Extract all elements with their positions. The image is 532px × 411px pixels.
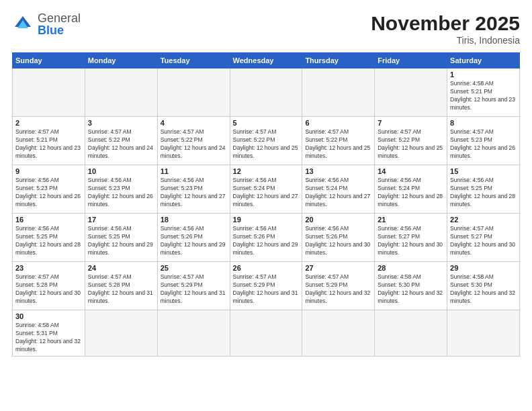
day-22: 22 Sunrise: 4:57 AMSunset: 5:27 PMDaylig… (447, 214, 520, 262)
day-15: 15 Sunrise: 4:56 AMSunset: 5:25 PMDaylig… (447, 165, 520, 214)
day-info: Sunrise: 4:58 AMSunset: 5:31 PMDaylight:… (15, 322, 81, 353)
calendar: Sunday Monday Tuesday Wednesday Thursday… (12, 52, 520, 357)
day-number: 6 (305, 119, 371, 127)
day-info: Sunrise: 4:56 AMSunset: 5:23 PMDaylight:… (161, 177, 226, 208)
day-19: 19 Sunrise: 4:56 AMSunset: 5:26 PMDaylig… (230, 214, 302, 262)
day-info: Sunrise: 4:56 AMSunset: 5:24 PMDaylight:… (305, 177, 370, 208)
day-24: 24 Sunrise: 4:57 AMSunset: 5:28 PMDaylig… (85, 262, 157, 310)
day-25: 25 Sunrise: 4:57 AMSunset: 5:29 PMDaylig… (157, 262, 230, 310)
day-number: 10 (88, 167, 154, 175)
day-info: Sunrise: 4:56 AMSunset: 5:25 PMDaylight:… (450, 177, 515, 208)
header-sunday: Sunday (13, 53, 85, 68)
logo-blue: Blue (38, 24, 81, 36)
day-number: 15 (450, 167, 517, 175)
empty-cell (447, 310, 520, 357)
day-2: 2 Sunrise: 4:57 AMSunset: 5:21 PMDayligh… (13, 117, 85, 165)
day-info: Sunrise: 4:56 AMSunset: 5:23 PMDaylight:… (15, 177, 81, 208)
day-number: 23 (15, 264, 82, 272)
day-info: Sunrise: 4:57 AMSunset: 5:27 PMDaylight:… (450, 225, 515, 256)
day-info: Sunrise: 4:57 AMSunset: 5:22 PMDaylight:… (161, 128, 226, 159)
day-number: 4 (161, 119, 227, 127)
day-29: 29 Sunrise: 4:58 AMSunset: 5:30 PMDaylig… (447, 262, 520, 310)
weekday-header-row: Sunday Monday Tuesday Wednesday Thursday… (13, 53, 520, 68)
day-12: 12 Sunrise: 4:56 AMSunset: 5:24 PMDaylig… (230, 165, 302, 214)
day-number: 14 (378, 167, 444, 175)
day-info: Sunrise: 4:56 AMSunset: 5:25 PMDaylight:… (15, 225, 81, 256)
empty-cell (157, 310, 230, 357)
day-info: Sunrise: 4:57 AMSunset: 5:29 PMDaylight:… (161, 273, 226, 304)
logo-text: General Blue (38, 12, 81, 36)
empty-cell (157, 68, 230, 117)
day-number: 18 (161, 216, 227, 224)
logo: General Blue (12, 12, 81, 36)
empty-cell (85, 68, 157, 117)
day-info: Sunrise: 4:57 AMSunset: 5:29 PMDaylight:… (233, 273, 298, 304)
day-number: 11 (161, 167, 227, 175)
header-saturday: Saturday (447, 53, 520, 68)
day-28: 28 Sunrise: 4:58 AMSunset: 5:30 PMDaylig… (375, 262, 447, 310)
day-number: 19 (233, 216, 300, 224)
day-number: 29 (450, 264, 517, 272)
day-number: 28 (378, 264, 444, 272)
day-info: Sunrise: 4:56 AMSunset: 5:26 PMDaylight:… (161, 225, 226, 256)
day-23: 23 Sunrise: 4:57 AMSunset: 5:28 PMDaylig… (13, 262, 85, 310)
day-4: 4 Sunrise: 4:57 AMSunset: 5:22 PMDayligh… (157, 117, 230, 165)
day-21: 21 Sunrise: 4:56 AMSunset: 5:27 PMDaylig… (375, 214, 447, 262)
empty-cell (85, 310, 157, 357)
day-20: 20 Sunrise: 4:56 AMSunset: 5:26 PMDaylig… (302, 214, 375, 262)
day-info: Sunrise: 4:57 AMSunset: 5:28 PMDaylight:… (15, 273, 81, 304)
day-info: Sunrise: 4:57 AMSunset: 5:22 PMDaylight:… (233, 128, 298, 159)
day-5: 5 Sunrise: 4:57 AMSunset: 5:22 PMDayligh… (230, 117, 302, 165)
day-info: Sunrise: 4:56 AMSunset: 5:26 PMDaylight:… (233, 225, 298, 256)
day-16: 16 Sunrise: 4:56 AMSunset: 5:25 PMDaylig… (13, 214, 85, 262)
day-9: 9 Sunrise: 4:56 AMSunset: 5:23 PMDayligh… (13, 165, 85, 214)
day-info: Sunrise: 4:57 AMSunset: 5:23 PMDaylight:… (450, 128, 515, 159)
day-number: 1 (450, 71, 517, 79)
header-monday: Monday (85, 53, 157, 68)
day-number: 13 (305, 167, 371, 175)
day-11: 11 Sunrise: 4:56 AMSunset: 5:23 PMDaylig… (157, 165, 230, 214)
day-info: Sunrise: 4:58 AMSunset: 5:30 PMDaylight:… (450, 273, 515, 304)
day-info: Sunrise: 4:57 AMSunset: 5:22 PMDaylight:… (305, 128, 370, 159)
day-30: 30 Sunrise: 4:58 AMSunset: 5:31 PMDaylig… (13, 310, 85, 357)
empty-cell (230, 310, 302, 357)
day-number: 3 (88, 119, 154, 127)
day-info: Sunrise: 4:57 AMSunset: 5:22 PMDaylight:… (378, 128, 443, 159)
day-number: 5 (233, 119, 300, 127)
empty-cell (302, 68, 375, 117)
day-14: 14 Sunrise: 4:56 AMSunset: 5:24 PMDaylig… (375, 165, 447, 214)
day-number: 25 (161, 264, 227, 272)
day-number: 2 (15, 119, 82, 127)
header-wednesday: Wednesday (230, 53, 302, 68)
empty-cell (375, 68, 447, 117)
day-26: 26 Sunrise: 4:57 AMSunset: 5:29 PMDaylig… (230, 262, 302, 310)
day-info: Sunrise: 4:57 AMSunset: 5:21 PMDaylight:… (15, 128, 81, 159)
week-4: 16 Sunrise: 4:56 AMSunset: 5:25 PMDaylig… (13, 214, 520, 262)
day-number: 7 (378, 119, 444, 127)
logo-icon (12, 13, 34, 35)
day-info: Sunrise: 4:56 AMSunset: 5:26 PMDaylight:… (305, 225, 370, 256)
day-1: 1 Sunrise: 4:58 AMSunset: 5:21 PMDayligh… (447, 68, 520, 117)
day-info: Sunrise: 4:58 AMSunset: 5:21 PMDaylight:… (450, 80, 515, 111)
day-6: 6 Sunrise: 4:57 AMSunset: 5:22 PMDayligh… (302, 117, 375, 165)
logo-general: General (38, 12, 81, 24)
day-info: Sunrise: 4:56 AMSunset: 5:27 PMDaylight:… (378, 225, 443, 256)
title-block: November 2025 Tiris, Indonesia (371, 12, 520, 46)
day-info: Sunrise: 4:56 AMSunset: 5:24 PMDaylight:… (233, 177, 298, 208)
header-thursday: Thursday (302, 53, 375, 68)
day-17: 17 Sunrise: 4:56 AMSunset: 5:25 PMDaylig… (85, 214, 157, 262)
day-info: Sunrise: 4:56 AMSunset: 5:24 PMDaylight:… (378, 177, 443, 208)
week-1: 1 Sunrise: 4:58 AMSunset: 5:21 PMDayligh… (13, 68, 520, 117)
day-27: 27 Sunrise: 4:57 AMSunset: 5:29 PMDaylig… (302, 262, 375, 310)
day-8: 8 Sunrise: 4:57 AMSunset: 5:23 PMDayligh… (447, 117, 520, 165)
day-13: 13 Sunrise: 4:56 AMSunset: 5:24 PMDaylig… (302, 165, 375, 214)
week-6: 30 Sunrise: 4:58 AMSunset: 5:31 PMDaylig… (13, 310, 520, 357)
week-2: 2 Sunrise: 4:57 AMSunset: 5:21 PMDayligh… (13, 117, 520, 165)
day-number: 20 (305, 216, 371, 224)
day-info: Sunrise: 4:58 AMSunset: 5:30 PMDaylight:… (378, 273, 443, 304)
day-number: 9 (15, 167, 82, 175)
day-number: 17 (88, 216, 154, 224)
day-info: Sunrise: 4:56 AMSunset: 5:25 PMDaylight:… (88, 225, 153, 256)
day-3: 3 Sunrise: 4:57 AMSunset: 5:22 PMDayligh… (85, 117, 157, 165)
month-title: November 2025 (371, 12, 520, 35)
